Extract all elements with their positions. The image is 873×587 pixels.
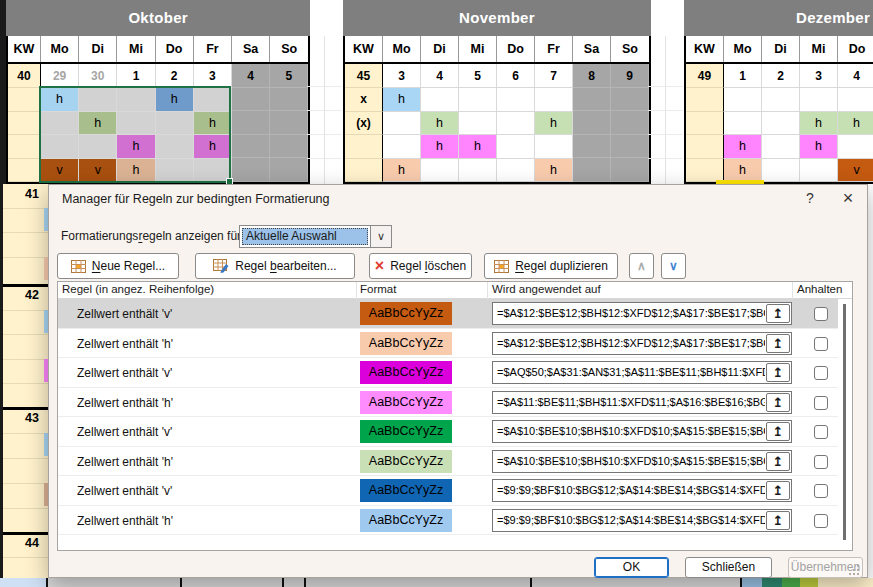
stop-if-true-checkbox[interactable] <box>814 396 828 410</box>
kw-flag-cell[interactable] <box>345 135 383 159</box>
ok-button[interactable]: OK <box>594 557 669 578</box>
kw-flag-cell[interactable] <box>8 112 41 136</box>
show-rules-for-dropdown[interactable]: Aktuelle Auswahl ∨ <box>239 225 392 248</box>
date-cell[interactable]: 4 <box>838 64 873 88</box>
range-picker-icon[interactable]: ↥ <box>766 511 790 530</box>
day-cell[interactable] <box>762 112 800 136</box>
date-cell[interactable]: 3 <box>800 64 838 88</box>
stop-if-true-checkbox[interactable] <box>814 307 828 321</box>
kw-flag-cell[interactable] <box>8 88 41 112</box>
stop-if-true-checkbox[interactable] <box>814 484 828 498</box>
rule-row[interactable]: Zellwert enthält 'h'AaBbCcYyZz=$A$10:$BE… <box>58 447 838 477</box>
applies-to-input[interactable]: =$AQ$50;$A$31:$AN$31;$A$11:$BE$11;$BH$11… <box>492 361 792 384</box>
date-cell[interactable]: 6 <box>497 64 535 88</box>
kw-flag-cell[interactable] <box>686 135 724 159</box>
range-picker-icon[interactable]: ↥ <box>766 422 790 441</box>
weekday-header-cell[interactable]: Sa <box>573 36 611 62</box>
day-cell[interactable] <box>762 135 800 159</box>
date-cell[interactable]: 1 <box>724 64 762 88</box>
date-cell[interactable]: 7 <box>535 64 573 88</box>
weekday-header-cell[interactable]: KW <box>686 36 724 62</box>
day-cell[interactable] <box>459 112 497 136</box>
kw-flag-cell[interactable] <box>686 159 724 183</box>
day-cell[interactable]: h <box>535 112 573 136</box>
day-cell[interactable] <box>800 88 838 112</box>
rule-row[interactable]: Zellwert enthält 'v'AaBbCcYyZz=$9:$9;$BF… <box>58 476 838 506</box>
kw-week-number-cell[interactable]: 49 <box>686 64 724 88</box>
date-cell[interactable]: 29 <box>41 64 79 88</box>
weekday-header-cell[interactable]: Mi <box>459 36 497 62</box>
day-cell[interactable]: h <box>800 135 838 159</box>
range-picker-icon[interactable]: ↥ <box>766 393 790 412</box>
day-cell[interactable]: h <box>459 135 497 159</box>
day-cell[interactable]: h <box>838 112 873 136</box>
stop-if-true-checkbox[interactable] <box>814 425 828 439</box>
weekday-header-cell[interactable]: Fr <box>194 36 232 62</box>
day-cell[interactable]: h <box>724 159 762 183</box>
rule-row[interactable]: Zellwert enthält 'h'AaBbCcYyZz=$A$11:$BE… <box>58 388 838 418</box>
day-cell[interactable] <box>421 88 459 112</box>
rule-row[interactable]: Zellwert enthält 'h'AaBbCcYyZz=$A$12:$BE… <box>58 329 838 359</box>
help-button[interactable]: ? <box>801 190 819 208</box>
weekday-header-cell[interactable]: Di <box>79 36 117 62</box>
day-cell[interactable] <box>421 159 459 183</box>
applies-to-input[interactable]: =$9:$9;$BF$10:$BG$12;$A$14:$BE$14;$BG$14… <box>492 509 792 532</box>
kw-flag-cell[interactable] <box>345 159 383 183</box>
kw-flag-cell[interactable] <box>8 135 41 159</box>
range-picker-icon[interactable]: ↥ <box>766 304 790 323</box>
weekday-header-cell[interactable]: Do <box>497 36 535 62</box>
rule-row[interactable]: Zellwert enthält 'v'AaBbCcYyZz=$A$12:$BE… <box>58 299 838 329</box>
delete-rule-button[interactable]: × Regel löschen <box>369 253 472 279</box>
kw-flag-cell[interactable] <box>686 88 724 112</box>
day-cell[interactable] <box>762 88 800 112</box>
kw-week-number-cell[interactable]: 40 <box>8 64 41 88</box>
range-picker-icon[interactable]: ↥ <box>766 363 790 382</box>
day-cell[interactable] <box>383 135 421 159</box>
day-cell[interactable] <box>838 135 873 159</box>
date-cell[interactable]: 1 <box>117 64 155 88</box>
applies-to-input[interactable]: =$A$12:$BE$12;$BH$12:$XFD$12;$A$17:$BE$1… <box>492 302 792 325</box>
weekday-header-cell[interactable]: KW <box>345 36 383 62</box>
weekday-header-cell[interactable]: Fr <box>535 36 573 62</box>
month-header[interactable]: November <box>343 0 651 36</box>
weekday-header-cell[interactable]: Sa <box>232 36 270 62</box>
move-rule-up-button[interactable]: ∧ <box>629 253 654 279</box>
weekday-header-cell[interactable]: Do <box>838 36 873 62</box>
weekday-header-cell[interactable]: So <box>270 36 308 62</box>
weekday-header-cell[interactable]: Mo <box>724 36 762 62</box>
range-picker-icon[interactable]: ↥ <box>766 334 790 353</box>
weekday-header-cell[interactable]: Di <box>762 36 800 62</box>
weekday-header-cell[interactable]: Do <box>156 36 194 62</box>
stop-if-true-checkbox[interactable] <box>814 514 828 528</box>
month-header[interactable]: Dezember <box>684 0 873 36</box>
weekday-header-cell[interactable]: KW <box>8 36 41 62</box>
day-cell[interactable] <box>800 159 838 183</box>
move-rule-down-button[interactable]: ∨ <box>661 253 686 279</box>
day-cell[interactable] <box>497 88 535 112</box>
date-cell[interactable]: 4 <box>421 64 459 88</box>
chevron-down-icon[interactable]: ∨ <box>370 226 391 247</box>
day-cell[interactable] <box>497 135 535 159</box>
weekday-header-cell[interactable]: So <box>611 36 649 62</box>
weekday-header-cell[interactable]: Mi <box>800 36 838 62</box>
rule-row[interactable]: Zellwert enthält 'h'AaBbCcYyZz=$9:$9;$BF… <box>58 506 838 536</box>
weekday-header-cell[interactable]: Mo <box>41 36 79 62</box>
day-cell[interactable] <box>459 88 497 112</box>
close-button[interactable]: Schließen <box>685 557 772 578</box>
cell-selection-border[interactable] <box>39 86 231 183</box>
day-cell[interactable] <box>497 112 535 136</box>
range-picker-icon[interactable]: ↥ <box>766 452 790 471</box>
close-icon[interactable]: × <box>837 187 859 209</box>
date-cell[interactable]: 2 <box>156 64 194 88</box>
day-cell[interactable] <box>838 88 873 112</box>
applies-to-input[interactable]: =$A$11:$BE$11;$BH$11:$XFD$11;$A$16:$BE$1… <box>492 391 792 414</box>
stop-if-true-checkbox[interactable] <box>814 455 828 469</box>
date-cell[interactable]: 9 <box>611 64 649 88</box>
weekday-header-cell[interactable]: Mi <box>117 36 155 62</box>
day-cell[interactable]: h <box>535 159 573 183</box>
applies-to-input[interactable]: =$A$10:$BE$10;$BH$10:$XFD$10;$A$15:$BE$1… <box>492 450 792 473</box>
date-cell[interactable]: 3 <box>194 64 232 88</box>
rules-list-scrollbar[interactable] <box>843 304 846 540</box>
stop-if-true-checkbox[interactable] <box>814 337 828 351</box>
applies-to-input[interactable]: =$A$12:$BE$12;$BH$12:$XFD$12;$A$17:$BE$1… <box>492 332 792 355</box>
